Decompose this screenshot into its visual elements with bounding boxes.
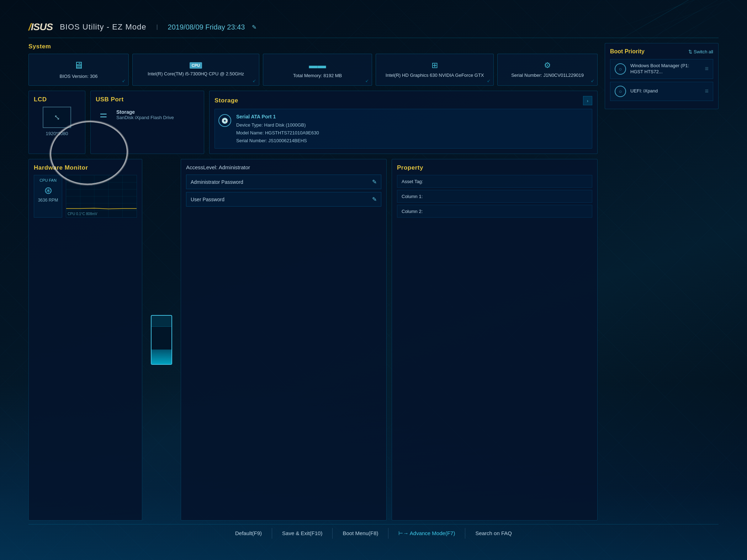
boot-title: Boot Priority (610, 48, 645, 55)
access-level: Administrator (219, 164, 250, 170)
serial-card[interactable]: ⚙ Serial Number: J1N0CV01L229019 ↙ (497, 54, 598, 86)
storage-next-btn[interactable]: › (583, 96, 592, 105)
access-label: AccessLevel: Administrator (186, 164, 381, 170)
column1-label: Column 1: (402, 194, 423, 199)
temp-section (147, 159, 176, 521)
storage-disk-icon: 💿 (218, 114, 231, 127)
switch-all-btn[interactable]: ⇅ Switch all (688, 49, 713, 54)
fan-box: CPU FAN ⊛ 3636 RPM (34, 175, 62, 218)
bios-icon: 🖥 (74, 59, 84, 71)
bottom-row: Hardware Monitor CPU FAN ⊛ 3636 RPM (28, 159, 598, 521)
hw-monitor: Hardware Monitor CPU FAN ⊛ 3636 RPM (28, 159, 142, 521)
cpu-card[interactable]: CPU Intel(R) Core(TM) i5-7300HQ CPU @ 2.… (132, 54, 259, 86)
hw-monitor-label: Hardware Monitor (34, 164, 137, 171)
gpu-card[interactable]: ⊞ Intel(R) HD Graphics 630 NVIDIA GeForc… (376, 54, 494, 86)
cpu-text: Intel(R) Core(TM) i5-7300HQ CPU @ 2.50GH… (148, 71, 244, 77)
serial-arrow: ↙ (591, 78, 594, 83)
header-divider: | (156, 24, 158, 30)
gpu-arrow: ↙ (487, 78, 491, 83)
storage-section: Storage › 💿 Serial ATA Port 1 Device Typ… (209, 91, 598, 154)
system-label: System (28, 43, 598, 50)
fan-row: CPU FAN ⊛ 3636 RPM (34, 175, 137, 218)
boot-menu-btn[interactable]: Boot Menu(F8) (333, 528, 388, 539)
boot-disk-icon-1: ○ (615, 86, 626, 97)
fan-icon: ⊛ (37, 185, 59, 196)
storage-device[interactable]: 💿 Serial ATA Port 1 Device Type: Hard Di… (214, 109, 592, 149)
temp-fill (152, 350, 171, 364)
property-section: Property Asset Tag: Column 1: Column 2: (392, 159, 598, 521)
middle-row: LCD ⤡ 1920*1080 USB Port ⚌ Storage SanDi… (28, 91, 598, 154)
cpu-badge: CPU (190, 62, 202, 69)
usb-section: USB Port ⚌ Storage SanDisk iXpand Flash … (90, 91, 204, 154)
lcd-label: LCD (34, 96, 80, 103)
storage-port: Serial ATA Port 1 (236, 113, 319, 121)
fan-rpm: 3636 RPM (37, 198, 59, 203)
right-panel: Boot Priority ⇅ Switch all ○ Windows Boo… (605, 43, 719, 521)
asus-logo: /ISUS (28, 21, 53, 33)
system-section: System 🖥 BIOS Version: 306 ↙ CPU Intel(R… (28, 43, 598, 86)
bios-arrow: ↙ (122, 78, 126, 83)
admin-password-field[interactable]: Administrator Password ✎ (186, 175, 381, 189)
usb-device[interactable]: ⚌ Storage SanDisk iXpand Flash Drive (96, 107, 199, 122)
property-column1: Column 1: (397, 190, 592, 203)
monitor-grid-svg (66, 175, 137, 217)
fan-label: CPU FAN (37, 178, 59, 182)
usb-device-name: SanDisk iXpand Flash Drive (116, 115, 174, 120)
property-asset-tag: Asset Tag: (397, 175, 592, 188)
admin-password-edit-icon[interactable]: ✎ (372, 178, 377, 185)
storage-header: Storage › (214, 96, 592, 105)
gpu-text: Intel(R) HD Graphics 630 NVIDIA GeForce … (386, 72, 484, 79)
bios-card[interactable]: 🖥 BIOS Version: 306 ↙ (28, 54, 129, 86)
storage-info: Serial ATA Port 1 Device Type: Hard Disk… (236, 113, 319, 145)
usb-device-info: Storage SanDisk iXpand Flash Drive (116, 109, 174, 120)
memory-text: Total Memory: 8192 MB (293, 73, 342, 79)
lcd-resolution: 1920*1080 (34, 131, 80, 136)
temp-bar (151, 315, 172, 365)
memory-arrow: ↙ (365, 78, 369, 83)
storage-device-type: Device Type: Hard Disk (1000GB) (236, 121, 319, 129)
user-password-edit-icon[interactable]: ✎ (372, 196, 377, 203)
header: /ISUS BIOS Utility - EZ Mode | 2019/08/0… (28, 21, 719, 38)
access-section: AccessLevel: Administrator Administrator… (181, 159, 387, 521)
main-content: System 🖥 BIOS Version: 306 ↙ CPU Intel(R… (28, 43, 719, 521)
boot-priority: Boot Priority ⇅ Switch all ○ Windows Boo… (605, 43, 719, 109)
usb-icon: ⚌ (96, 107, 111, 122)
boot-item-menu-1: ≡ (705, 87, 709, 95)
default-btn[interactable]: Default(F9) (225, 528, 272, 539)
header-title: BIOS Utility - EZ Mode (60, 22, 146, 32)
footer: Default(F9) Save & Exit(F10) Boot Menu(F… (28, 524, 719, 539)
faq-btn[interactable]: Search on FAQ (465, 528, 522, 539)
bios-container: /ISUS BIOS Utility - EZ Mode | 2019/08/0… (28, 21, 719, 539)
usb-label: USB Port (96, 96, 199, 103)
storage-serial: Serial Number: JS10006214BEHS (236, 137, 319, 145)
property-label: Property (397, 164, 592, 171)
usb-device-type: Storage (116, 109, 174, 115)
boot-item-menu-0: ≡ (705, 65, 709, 73)
save-exit-btn[interactable]: Save & Exit(F10) (272, 528, 333, 539)
lcd-display: ⤡ (43, 107, 71, 128)
gpu-icon: ⊞ (431, 61, 438, 70)
serial-icon: ⚙ (544, 61, 551, 70)
boot-item-1[interactable]: ○ UEFI: iXpand ≡ (610, 82, 713, 101)
edit-datetime-icon[interactable]: ✎ (252, 24, 256, 31)
boot-disk-icon-0: ○ (615, 63, 626, 75)
admin-password-label: Administrator Password (191, 179, 243, 185)
boot-item-text-1: UEFI: iXpand (630, 88, 700, 94)
boot-item-0[interactable]: ○ Windows Boot Manager (P1: HGST HTS72..… (610, 59, 713, 79)
boot-header: Boot Priority ⇅ Switch all (610, 48, 713, 55)
memory-card[interactable]: ▬▬ Total Memory: 8192 MB ↙ (263, 54, 372, 86)
header-datetime: 2019/08/09 Friday 23:43 (168, 23, 245, 31)
memory-icon: ▬▬ (309, 60, 326, 70)
advance-mode-btn[interactable]: ⊢→ Advance Mode(F7) (388, 528, 465, 539)
boot-item-text-0: Windows Boot Manager (P1: HGST HTS72... (630, 63, 700, 75)
storage-label: Storage (214, 97, 238, 104)
lcd-section: LCD ⤡ 1920*1080 (28, 91, 85, 154)
storage-model: Model Name: HGSTHTS721010A9E630 (236, 129, 319, 137)
cpu-arrow: ↙ (253, 78, 256, 83)
bios-text: BIOS Version: 306 (59, 73, 97, 80)
serial-text: Serial Number: J1N0CV01L229019 (511, 72, 584, 79)
column2-label: Column 2: (402, 209, 423, 214)
asset-tag-label: Asset Tag: (402, 179, 423, 184)
user-password-field[interactable]: User Password ✎ (186, 192, 381, 207)
left-panel: System 🖥 BIOS Version: 306 ↙ CPU Intel(R… (28, 43, 598, 521)
